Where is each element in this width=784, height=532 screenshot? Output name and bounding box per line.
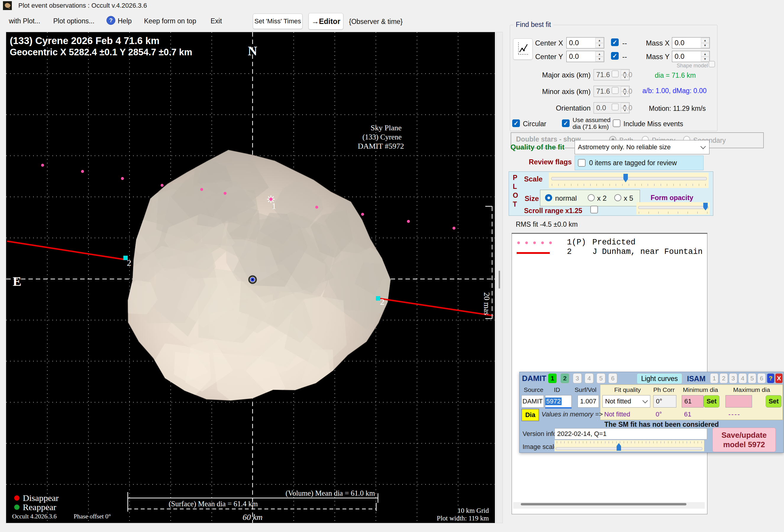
major-axis-checkbox[interactable] [612, 70, 619, 78]
damit-panel: DAMIT 1 2 3 4 5 6 Light curves ISAM 1 2 … [519, 372, 784, 453]
header-surfvol: Surf/Vol [575, 386, 596, 393]
light-curves-button[interactable]: Light curves [637, 373, 682, 384]
circular-label: Circular [523, 120, 546, 128]
header-min-dia: Minimum dia [683, 386, 718, 393]
circular-checkbox[interactable]: ✓ [512, 119, 520, 127]
menu-keep-on-top[interactable]: Keep form on top [144, 17, 196, 25]
damit-close-button[interactable]: X [775, 373, 783, 383]
splitter-bar[interactable] [496, 32, 503, 523]
menu-help[interactable]: Help [118, 17, 132, 25]
menu-with-plot[interactable]: with Plot... [9, 17, 40, 25]
north-label: N [248, 44, 257, 58]
dia-button[interactable]: Dia [522, 409, 539, 421]
scroll-range-checkbox[interactable] [590, 206, 598, 213]
image-scale-slider[interactable] [555, 440, 704, 451]
version-info-field[interactable]: 2022-02-14, Q=1 [555, 428, 707, 440]
sky-plane-plot[interactable]: 1 2 2 20 mas [6, 32, 495, 523]
ph-corr-value[interactable]: 0° [653, 395, 676, 408]
obs-row-name-2[interactable]: J Dunham, near Fountain [592, 247, 703, 256]
isam-title: ISAM [687, 375, 706, 383]
double-stars-title: Double stars - show [516, 136, 581, 143]
memory-min-dia: 61 [684, 411, 691, 418]
help-icon[interactable]: ? [107, 16, 115, 25]
form-opacity-thumb[interactable] [703, 203, 708, 210]
mas-label: 20 mas [482, 292, 491, 315]
isam-2-button[interactable]: 2 [720, 373, 728, 383]
isam-1-button[interactable]: 1 [710, 373, 718, 383]
id-field[interactable]: 5972 [545, 395, 572, 409]
shape-model-checkbox[interactable] [708, 61, 715, 67]
form-opacity-slider[interactable] [637, 202, 710, 214]
isam-5-button[interactable]: 5 [748, 373, 756, 383]
use-assumed-label: Use assumeddia (71.6 km) [572, 116, 610, 130]
size-radio-group: normal x 2 x 5 [540, 190, 640, 206]
damit-model-1-button[interactable]: 1 [548, 373, 557, 383]
scale-label: Scale [524, 175, 543, 183]
quality-dropdown[interactable]: Astrometry only. No reliable size [575, 140, 709, 154]
editor-button[interactable]: →Editor [308, 13, 343, 30]
orientation-checkbox[interactable] [612, 104, 619, 111]
surfvol-value: 1.007 [578, 395, 599, 408]
isam-3-button[interactable]: 3 [729, 373, 737, 383]
list-scrollbar-thumb[interactable] [521, 503, 687, 505]
max-dia-set-button[interactable]: Set [766, 395, 782, 408]
splitter-handle[interactable] [499, 271, 500, 289]
save-update-button[interactable]: Save/updatemodel 5972 [712, 428, 776, 452]
dia-value-label: dia = 71.6 km [655, 71, 696, 80]
include-miss-checkbox[interactable] [613, 119, 620, 127]
review-flags-checkbox[interactable] [578, 159, 586, 167]
center-x-checkbox[interactable]: ✓ [611, 38, 619, 46]
damit-model-2-button[interactable]: 2 [560, 373, 569, 383]
set-miss-times-button[interactable]: Set 'Miss' Times [253, 13, 303, 29]
form-opacity-track[interactable] [638, 206, 708, 209]
isam-6-button[interactable]: 6 [757, 373, 766, 383]
surface-dia-label: (Surface) Mean dia = 61.4 km [169, 500, 258, 508]
damit-model-6-button[interactable]: 6 [608, 373, 617, 383]
orientation-label: Orientation [525, 104, 591, 112]
image-scale-track[interactable] [556, 447, 702, 450]
center-y-input[interactable]: 0.0 ▲▼ [566, 51, 604, 62]
damit-model-5-button[interactable]: 5 [596, 373, 606, 383]
obs-row-num-1[interactable]: 1(P) [567, 238, 586, 247]
reappear-marker [376, 296, 380, 301]
chord2-sample-solid [517, 252, 550, 254]
mass-x-spinner[interactable]: ▲▼ [701, 38, 709, 48]
size-x2-label: x 2 [597, 194, 607, 203]
center-x-spinner[interactable]: ▲▼ [595, 38, 604, 48]
mass-y-input[interactable]: 0.0 ▲▼ [672, 51, 710, 62]
damit-model-4-button[interactable]: 4 [585, 373, 593, 383]
mass-y-spinner[interactable]: ▲▼ [701, 52, 709, 61]
fit-quality-dropdown[interactable]: Not fitted [603, 395, 650, 408]
minor-axis-checkbox[interactable] [612, 87, 619, 94]
obs-row-name-1[interactable]: Predicted [592, 238, 636, 247]
center-y-checkbox[interactable]: ✓ [611, 52, 619, 60]
menu-exit[interactable]: Exit [211, 17, 222, 25]
center-x-input[interactable]: 0.0 ▲▼ [566, 37, 604, 49]
damit-model-3-button[interactable]: 3 [573, 373, 582, 383]
use-assumed-checkbox[interactable]: ✓ [562, 119, 569, 127]
size-normal-radio[interactable] [545, 194, 552, 201]
size-x5-radio[interactable] [614, 194, 621, 201]
form-opacity-ticks [639, 212, 707, 214]
scale-slider-track[interactable] [551, 177, 707, 180]
center-y-spinner[interactable]: ▲▼ [595, 52, 604, 61]
damit-help-button[interactable]: ? [767, 373, 775, 383]
size-x2-radio[interactable] [588, 194, 595, 201]
menu-plot-options[interactable]: Plot options... [53, 17, 94, 25]
obs-row-num-2[interactable]: 2 [567, 247, 572, 256]
form-opacity-label: Form opacity [651, 194, 693, 202]
image-scale-thumb[interactable] [617, 443, 621, 451]
mass-x-input[interactable]: 0.0 ▲▼ [672, 37, 710, 49]
scale-slider[interactable] [549, 173, 708, 188]
center-y-label: Center Y [527, 53, 563, 61]
phase-offset-label: Phase offset 0° [74, 513, 111, 520]
center-x-label: Center X [527, 39, 563, 47]
memory-label: Values in memory => [541, 411, 603, 418]
isam-4-button[interactable]: 4 [738, 373, 747, 383]
legend-reappear: Reappear [23, 502, 56, 512]
max-dia-field[interactable] [725, 395, 752, 408]
min-dia-field[interactable]: 61 [682, 395, 704, 408]
min-dia-set-button[interactable]: Set [704, 395, 720, 408]
list-horizontal-scrollbar[interactable] [513, 502, 705, 509]
scale-slider-thumb[interactable] [623, 174, 628, 182]
